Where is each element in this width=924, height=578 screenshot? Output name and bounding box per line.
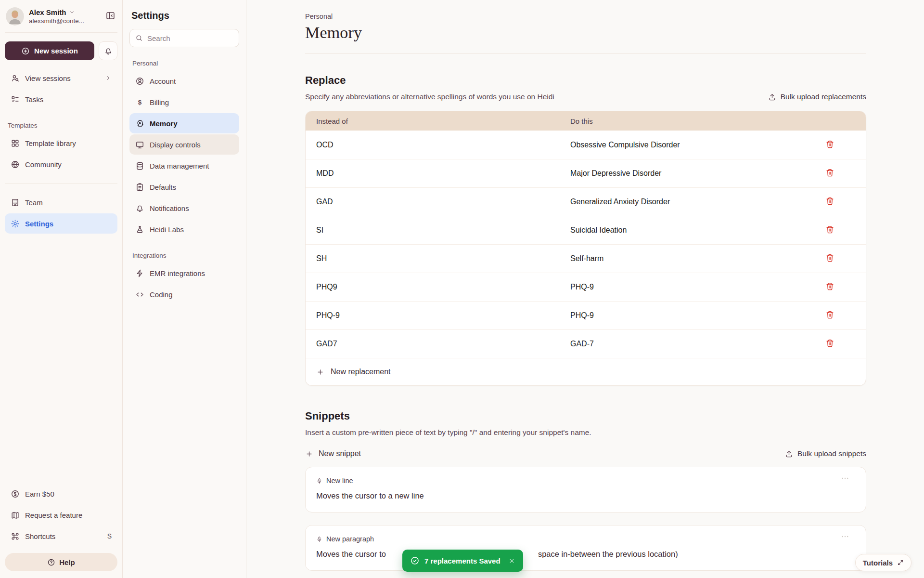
replacement-row-gad: GAD Generalized Anxiety Disorder — [306, 187, 866, 216]
avatar[interactable] — [6, 7, 24, 26]
upload-icon — [785, 450, 793, 458]
delete-replacement-button[interactable] — [823, 138, 836, 152]
settings-item-coding[interactable]: Coding — [129, 284, 239, 304]
snippet-card-new-line[interactable]: New line Moves the cursor to a new line — [305, 467, 866, 512]
settings-item-data-management[interactable]: Data management — [129, 156, 239, 176]
new-replacement-button[interactable]: New replacement — [306, 358, 866, 385]
memory-icon — [135, 119, 144, 128]
view-sessions-icon — [11, 74, 20, 83]
new-snippet-button[interactable]: New snippet — [305, 449, 361, 458]
flask-icon — [135, 225, 144, 234]
column-do-this: Do this — [570, 117, 794, 125]
snippet-body: Moves the cursor tospace in-between the … — [316, 550, 855, 559]
collapse-panel-icon — [105, 11, 116, 21]
delete-replacement-button[interactable] — [823, 308, 836, 323]
column-instead-of: Instead of — [306, 117, 570, 125]
integrations-section-label: Integrations — [132, 252, 236, 259]
delete-replacement-button[interactable] — [823, 280, 836, 294]
settings-item-account[interactable]: Account — [129, 71, 239, 91]
replacement-from: GAD — [306, 197, 570, 206]
bulk-upload-snippets-button[interactable]: Bulk upload snippets — [785, 449, 866, 458]
workspace-nav: Team Settings — [5, 192, 117, 234]
shortcuts-icon — [11, 532, 20, 541]
database-icon — [135, 161, 144, 171]
sidebar-item-shortcuts[interactable]: Shortcuts S — [5, 526, 117, 546]
toast-close-button[interactable] — [508, 557, 515, 565]
replacement-from: SI — [306, 226, 570, 235]
notifications-button[interactable] — [99, 41, 117, 60]
check-circle-icon — [410, 556, 420, 565]
delete-replacement-button[interactable] — [823, 166, 836, 181]
sidebar-footer: Earn $50 Request a feature Shortcuts S — [5, 484, 117, 578]
delete-replacement-button[interactable] — [823, 337, 836, 351]
replacement-row-mdd: MDD Major Depressive Disorder — [306, 159, 866, 187]
bulk-upload-replacements-button[interactable]: Bulk upload replacements — [768, 92, 866, 101]
settings-item-heidi-labs[interactable]: Heidi Labs — [129, 219, 239, 239]
replacement-to: PHQ-9 — [570, 283, 794, 291]
sidebar-item-view-sessions[interactable]: View sessions — [5, 68, 117, 88]
plus-circle-icon — [21, 47, 30, 55]
snippet-menu-button[interactable] — [841, 474, 849, 484]
sidebar-item-tasks[interactable]: Tasks — [5, 89, 117, 109]
sidebar-item-request-a-feature[interactable]: Request a feature — [5, 505, 117, 525]
settings-item-notifications[interactable]: Notifications — [129, 198, 239, 218]
new-session-button[interactable]: New session — [5, 41, 94, 60]
sidebar-item-team[interactable]: Team — [5, 192, 117, 212]
snippets-heading: Snippets — [305, 410, 866, 422]
delete-replacement-button[interactable] — [823, 195, 836, 209]
settings-item-memory[interactable]: Memory — [129, 113, 239, 133]
replacement-to: Suicidal Ideation — [570, 226, 794, 235]
replacements-table-header: Instead of Do this — [306, 111, 866, 131]
plus-icon — [305, 450, 313, 458]
replacement-to: Generalized Anxiety Disorder — [570, 197, 794, 206]
sidebar-item-template-library[interactable]: Template library — [5, 133, 117, 153]
search-icon — [135, 34, 143, 42]
settings-title: Settings — [131, 10, 237, 21]
sidebar-divider — [5, 183, 117, 184]
settings-item-defaults[interactable]: Defaults — [129, 177, 239, 197]
snippet-menu-button[interactable] — [841, 532, 849, 542]
replacement-row-ocd: OCD Obsessive Compulsive Disorder — [306, 131, 866, 159]
settings-item-emr-integrations[interactable]: EMR integrations — [129, 263, 239, 283]
chevron-right-icon — [105, 75, 112, 81]
earn-icon — [11, 489, 20, 499]
replacement-from: MDD — [306, 169, 570, 178]
trash-icon — [825, 168, 834, 177]
replace-description: Specify any abbreviations or alternative… — [305, 92, 554, 101]
trash-icon — [825, 225, 834, 234]
sidebar-item-settings[interactable]: Settings — [5, 213, 117, 234]
replacement-to: Obsessive Compulsive Disorder — [570, 141, 794, 149]
trash-icon — [825, 282, 834, 291]
bell-icon — [135, 204, 144, 213]
search-input[interactable] — [129, 29, 239, 47]
sidebar-item-community[interactable]: Community — [5, 154, 117, 174]
primary-sidebar: Alex Smith alexsmith@conte... New sessio… — [0, 0, 123, 578]
settings-item-billing[interactable]: $ Billing — [129, 92, 239, 112]
trash-icon — [825, 310, 834, 319]
replacement-to: Major Depressive Disorder — [570, 169, 794, 178]
templates-nav: Template library Community — [5, 133, 117, 174]
sidebar-item-earn-50[interactable]: Earn $50 — [5, 484, 117, 504]
replacement-row-phq9: PHQ9 PHQ-9 — [306, 273, 866, 301]
snippet-card-new-paragraph[interactable]: New paragraph Moves the cursor tospace i… — [305, 525, 866, 571]
expand-icon — [897, 559, 904, 566]
replacement-from: PHQ9 — [306, 283, 570, 291]
delete-replacement-button[interactable] — [823, 251, 836, 266]
replacement-from: GAD7 — [306, 340, 570, 348]
community-icon — [11, 160, 20, 169]
settings-item-display-controls[interactable]: Display controls — [129, 134, 239, 155]
defaults-icon — [135, 183, 144, 192]
delete-replacement-button[interactable] — [823, 223, 836, 237]
replacement-row-si: SI Suicidal Ideation — [306, 216, 866, 244]
snippet-title: New line — [326, 477, 353, 485]
collapse-sidebar-button[interactable] — [104, 10, 116, 23]
replacement-to: Self-harm — [570, 254, 794, 263]
close-icon — [508, 557, 515, 565]
tutorials-button[interactable]: Tutorials — [855, 554, 911, 571]
toast-message: 7 replacements Saved — [424, 557, 500, 565]
header-divider — [305, 53, 866, 54]
team-icon — [11, 198, 20, 207]
help-button[interactable]: Help — [5, 553, 117, 571]
user-menu[interactable]: Alex Smith — [29, 8, 100, 16]
replacement-from: OCD — [306, 141, 570, 149]
